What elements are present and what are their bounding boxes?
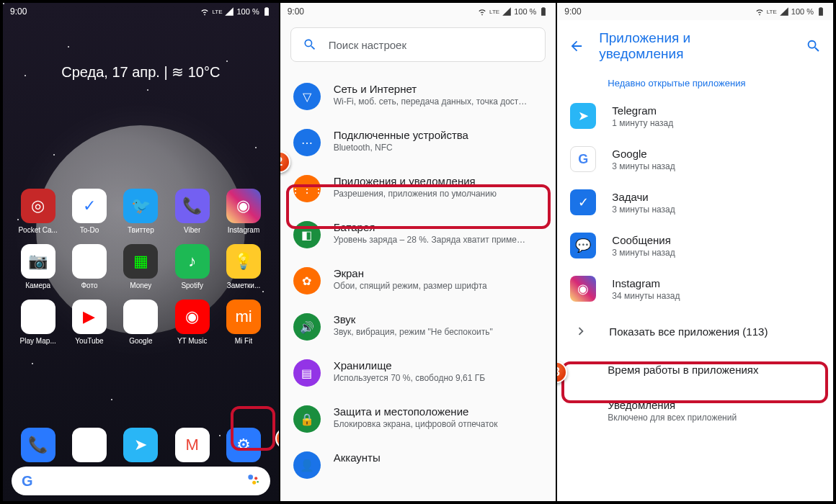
search-icon <box>303 37 317 52</box>
app-твиттер[interactable]: 🐦Твиттер <box>117 189 164 234</box>
recent-app-title: Telegram <box>612 104 673 117</box>
app-icon: G <box>123 300 158 334</box>
recent-app-sub: 34 минуты назад <box>612 291 680 301</box>
app-telegram[interactable]: ➤ <box>117 428 164 462</box>
app-label: Камера <box>25 282 50 289</box>
settings-item-title: Подключенные устройства <box>334 129 468 141</box>
signal-icon <box>779 6 789 17</box>
apps-notifications-screen: 9:00 LTE 100 % Приложения и уведомления … <box>556 3 833 501</box>
wifi-icon <box>755 6 765 17</box>
settings-item-1[interactable]: ⋯Подключенные устройстваBluetooth, NFC <box>280 120 556 166</box>
settings-item-5[interactable]: 🔊ЗвукЗвук, вибрация, режим "Не беспокоит… <box>280 304 556 350</box>
recent-app-0[interactable]: ➤Telegram1 минуту назад <box>557 94 833 138</box>
settings-item-sub: Звук, вибрация, режим "Не беспокоить" <box>334 327 493 337</box>
status-time: 9:00 <box>288 6 304 17</box>
app-to-do[interactable]: ✓To-Do <box>66 189 112 234</box>
recent-app-sub: 3 минуты назад <box>612 248 675 258</box>
app-label: Instagram <box>228 226 259 234</box>
app-label: YouTube <box>75 337 103 345</box>
svg-point-0 <box>248 474 253 480</box>
status-bar: 9:00 LTE 100 % <box>557 3 833 20</box>
settings-item-8[interactable]: 👤Аккаунты <box>280 442 556 488</box>
settings-item-sub: Wi-Fi, моб. сеть, передача данных, точка… <box>334 96 528 107</box>
google-search-bar[interactable]: G <box>12 467 270 495</box>
app-label: Mi Fit <box>235 337 252 345</box>
app-icon: mi <box>226 300 261 334</box>
app-google[interactable]: GGoogle <box>117 300 164 345</box>
recent-app-4[interactable]: ◉Instagram34 минуты назад <box>557 267 833 310</box>
app-label: Spotify <box>181 282 203 289</box>
recent-app-sub: 3 минуты назад <box>612 161 675 171</box>
settings-item-6[interactable]: ▤ХранилищеИспользуется 70 %, свободно 9,… <box>280 350 556 396</box>
battery-icon <box>538 6 548 17</box>
app-label: Твиттер <box>128 226 154 234</box>
settings-item-icon: ⋯ <box>293 129 321 156</box>
settings-item-title: Защита и местоположение <box>334 405 498 418</box>
settings-item-7[interactable]: 🔒Защита и местоположениеБлокировка экран… <box>280 396 556 442</box>
recent-app-title: Instagram <box>612 277 680 289</box>
home-screen: 9:00 LTE 100 % Среда, 17 апр. | ≋ 10°C ◎… <box>3 3 279 501</box>
settings-item-sub: Используется 70 %, свободно 9,61 ГБ <box>334 373 485 383</box>
app-money[interactable]: ▦Money <box>117 244 164 289</box>
svg-point-1 <box>254 477 257 480</box>
settings-screen: 9:00 LTE 100 % Поиск настроек ▽Сеть и Ин… <box>279 3 556 501</box>
app-label: Money <box>130 282 151 289</box>
recent-app-2[interactable]: ✓Задачи3 минуты назад <box>557 181 833 224</box>
app-label: Play Мар... <box>20 337 56 345</box>
app-phone[interactable]: 📞 <box>14 428 61 462</box>
show-all-apps[interactable]: Показать все приложения (113) <box>557 310 833 352</box>
settings-item-icon: ✿ <box>293 267 321 294</box>
recent-app-3[interactable]: 💬Сообщения3 минуты назад <box>557 224 833 267</box>
app-youtube[interactable]: ▶YouTube <box>66 300 112 345</box>
app-spotify[interactable]: ♪Spotify <box>169 244 215 289</box>
recent-app-sub: 3 минуты назад <box>612 204 675 215</box>
app-заметки-[interactable]: 💡Заметки... <box>220 244 267 289</box>
app-label: YT Music <box>177 337 208 345</box>
back-icon[interactable] <box>569 38 584 54</box>
app-камера[interactable]: 📷Камера <box>14 244 61 289</box>
recent-app-1[interactable]: GGoogle3 минуты назад <box>557 138 833 181</box>
recent-app-title: Google <box>612 148 675 160</box>
recent-app-sub: 1 минуту назад <box>612 118 673 128</box>
recent-apps-label: Недавно открытые приложения <box>557 72 833 94</box>
app-yt-music[interactable]: ◉YT Music <box>169 300 215 345</box>
date-weather-widget[interactable]: Среда, 17 апр. | ≋ 10°C <box>3 20 279 81</box>
app-icon: ◉ <box>226 189 261 223</box>
app-instagram[interactable]: ◉Instagram <box>220 189 267 234</box>
google-logo-icon: G <box>22 473 33 490</box>
settings-item-icon: ▽ <box>293 83 321 110</box>
settings-item-icon: 🔒 <box>293 405 321 433</box>
app-chrome[interactable]: ◉ <box>66 428 112 462</box>
search-icon[interactable] <box>806 38 822 54</box>
status-bar: 9:00 LTE 100 % <box>280 3 556 20</box>
app-фото[interactable]: ✦Фото <box>66 244 112 289</box>
app-icon: ➤ <box>123 428 158 462</box>
settings-item-icon: ▤ <box>293 359 321 387</box>
settings-item-sub: Обои, спящий режим, размер шрифта <box>334 281 487 291</box>
app-label: Заметки... <box>227 282 261 289</box>
settings-item-title: Хранилище <box>334 359 485 372</box>
app-gmail[interactable]: M <box>169 428 215 462</box>
app-pocket-ca-[interactable]: ◎Pocket Ca... <box>14 189 61 234</box>
settings-search[interactable]: Поиск настроек <box>290 27 546 62</box>
app-label: Фото <box>81 282 98 289</box>
app-icon: ▶ <box>21 300 55 334</box>
app-mi-fit[interactable]: miMi Fit <box>220 300 267 345</box>
settings-item-0[interactable]: ▽Сеть и ИнтернетWi-Fi, моб. сеть, переда… <box>280 73 556 120</box>
assistant-icon[interactable] <box>246 472 260 490</box>
battery-icon <box>816 6 826 17</box>
app-icon: 📷 <box>21 244 55 279</box>
app-icon: ◉ <box>175 300 210 334</box>
settings-item-icon: 🔊 <box>293 313 321 341</box>
recent-app-icon: 💬 <box>570 233 596 258</box>
settings-item-sub: Блокировка экрана, цифровой отпечаток <box>334 419 498 429</box>
app-label: To-Do <box>80 226 99 234</box>
screen-title: Приложения и уведомления <box>599 30 777 62</box>
app-icon: 🐦 <box>123 189 158 223</box>
app-viber[interactable]: 📞Viber <box>169 189 215 234</box>
status-icons: LTE 100 % <box>477 6 548 17</box>
settings-item-title: Аккаунты <box>334 451 381 464</box>
settings-item-4[interactable]: ✿ЭкранОбои, спящий режим, размер шрифта <box>280 258 556 304</box>
app-play-мар-[interactable]: ▶Play Мар... <box>14 300 61 345</box>
app-icon: ♪ <box>175 244 210 279</box>
